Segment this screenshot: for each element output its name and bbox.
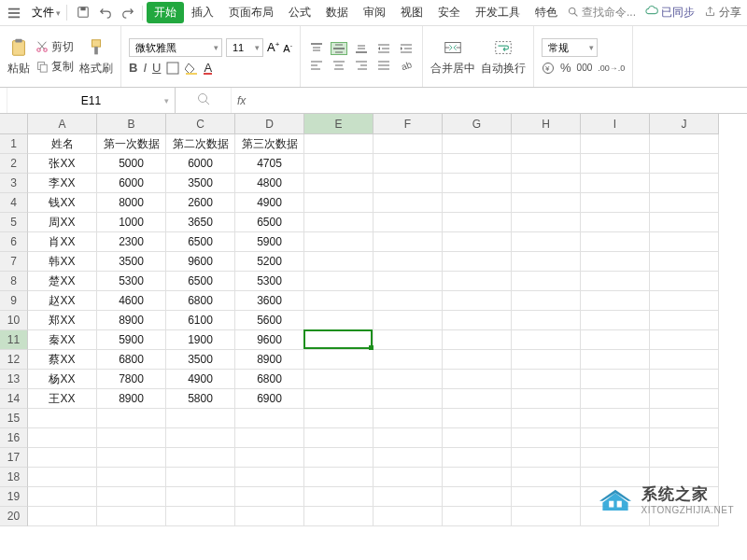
cell[interactable] (581, 213, 650, 232)
cell[interactable] (304, 487, 374, 507)
cell[interactable] (374, 507, 443, 526)
cell[interactable] (512, 272, 581, 291)
cell[interactable] (304, 252, 374, 272)
cell[interactable] (650, 448, 719, 468)
column-header[interactable]: J (650, 114, 719, 134)
cell[interactable] (374, 193, 443, 213)
decrease-indent-button[interactable] (375, 42, 392, 55)
cell[interactable]: 李XX (28, 174, 97, 193)
underline-button[interactable]: U (152, 61, 161, 75)
cell[interactable] (443, 409, 512, 428)
comma-button[interactable]: 000 (577, 63, 593, 73)
cell[interactable] (443, 389, 512, 409)
percent-button[interactable]: % (560, 61, 571, 75)
cell[interactable] (374, 134, 443, 154)
cell[interactable] (235, 507, 304, 526)
row-header[interactable]: 2 (0, 154, 28, 174)
cell[interactable] (304, 350, 374, 370)
cell[interactable]: 5300 (97, 272, 166, 291)
cell[interactable] (235, 409, 304, 428)
cell[interactable] (235, 487, 304, 507)
cell[interactable] (28, 487, 97, 507)
cell[interactable]: 6800 (97, 350, 166, 370)
cell[interactable] (581, 154, 650, 174)
cell[interactable] (374, 487, 443, 507)
cell[interactable] (28, 468, 97, 487)
cell[interactable] (512, 232, 581, 252)
cell[interactable] (443, 350, 512, 370)
italic-button[interactable]: I (143, 61, 147, 75)
wrap-text-button[interactable]: 自动换行 (481, 36, 526, 77)
cell[interactable]: 3500 (166, 350, 235, 370)
cell[interactable]: 5200 (235, 252, 304, 272)
column-header[interactable]: C (166, 114, 235, 134)
cell[interactable]: 6800 (166, 291, 235, 311)
column-header[interactable]: B (97, 114, 166, 134)
column-header[interactable]: E (304, 114, 374, 134)
cell[interactable] (374, 311, 443, 330)
cell[interactable] (304, 370, 374, 389)
cell[interactable] (581, 252, 650, 272)
ribbon-tab-0[interactable]: 开始 (147, 2, 184, 23)
name-box-input[interactable] (7, 94, 175, 107)
cell[interactable] (374, 213, 443, 232)
ribbon-tab-3[interactable]: 公式 (281, 1, 318, 24)
cell[interactable] (650, 428, 719, 448)
cell[interactable]: 3500 (166, 174, 235, 193)
cell[interactable] (512, 193, 581, 213)
cell[interactable]: 杨XX (28, 370, 97, 389)
row-header[interactable]: 7 (0, 252, 28, 272)
cell[interactable] (304, 448, 374, 468)
row-header[interactable]: 13 (0, 370, 28, 389)
row-header[interactable]: 18 (0, 468, 28, 487)
cell[interactable] (650, 409, 719, 428)
cell[interactable] (650, 330, 719, 350)
ribbon-tab-7[interactable]: 安全 (430, 1, 468, 24)
cell[interactable]: 郑XX (28, 311, 97, 330)
cell[interactable] (166, 468, 235, 487)
column-header[interactable]: G (443, 114, 512, 134)
cell[interactable] (304, 330, 374, 350)
cell[interactable] (374, 389, 443, 409)
cell[interactable] (374, 428, 443, 448)
font-size-select[interactable]: 11 (226, 38, 263, 57)
insert-function-icon[interactable] (197, 92, 210, 108)
cell[interactable]: 6000 (97, 174, 166, 193)
border-button[interactable] (166, 62, 179, 75)
cell[interactable] (443, 134, 512, 154)
cell[interactable]: 4600 (97, 291, 166, 311)
save-icon[interactable] (77, 6, 92, 21)
increase-decimal-button[interactable]: .00→.0 (598, 63, 625, 73)
column-header[interactable]: I (581, 114, 650, 134)
align-bottom-button[interactable] (353, 42, 370, 55)
cell[interactable] (374, 448, 443, 468)
increase-indent-button[interactable] (398, 42, 415, 55)
cell[interactable] (443, 370, 512, 389)
cell[interactable] (304, 134, 374, 154)
row-header[interactable]: 9 (0, 291, 28, 311)
cell[interactable] (304, 507, 374, 526)
cell[interactable] (512, 330, 581, 350)
cell[interactable] (581, 311, 650, 330)
cell[interactable] (581, 370, 650, 389)
ribbon-tab-1[interactable]: 插入 (184, 1, 221, 24)
cell[interactable]: 6500 (166, 232, 235, 252)
cell[interactable]: 6500 (166, 272, 235, 291)
cell[interactable] (650, 252, 719, 272)
cell[interactable] (443, 330, 512, 350)
row-header[interactable]: 4 (0, 193, 28, 213)
cell[interactable] (304, 291, 374, 311)
cell[interactable]: 张XX (28, 154, 97, 174)
row-header[interactable]: 3 (0, 174, 28, 193)
cell[interactable]: 5900 (97, 330, 166, 350)
cell[interactable] (650, 389, 719, 409)
cell[interactable]: 5000 (97, 154, 166, 174)
cell[interactable] (512, 448, 581, 468)
cell[interactable] (374, 154, 443, 174)
number-format-select[interactable]: 常规 (542, 38, 598, 57)
cell[interactable] (443, 468, 512, 487)
cell[interactable] (650, 350, 719, 370)
cell[interactable] (443, 154, 512, 174)
cell[interactable]: 4705 (235, 154, 304, 174)
row-header[interactable]: 14 (0, 389, 28, 409)
